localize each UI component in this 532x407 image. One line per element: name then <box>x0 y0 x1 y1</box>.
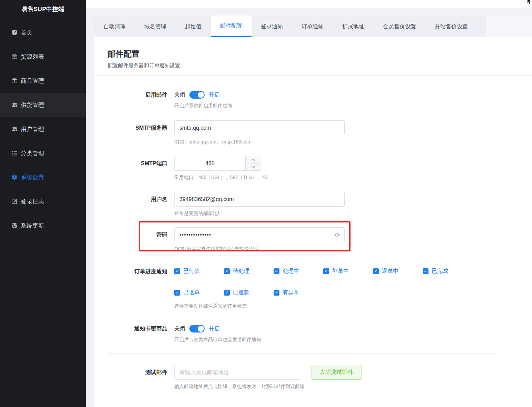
sidebar-item-label: 商品管理 <box>21 77 44 85</box>
spinner-down-button[interactable] <box>246 163 261 171</box>
sidebar-item-label: 分类管理 <box>21 149 44 157</box>
field-help: 常用端口：465（SSL）、587（TLS）、25 <box>174 175 267 181</box>
toggle-off-text: 关闭 <box>174 91 185 99</box>
field-label: 密码 <box>108 227 167 252</box>
page-title: 邮件配置 <box>108 49 532 59</box>
form-row-smtp-port: SMTP端口 465 <box>108 156 532 181</box>
checkbox-check-icon: ✓ <box>174 268 180 274</box>
form-row-card-notify: 通知卡密商品 关闭 开启 开启后卡密类商品订单也会发送邮件通知 <box>108 325 532 343</box>
checkbox-check-icon: ✓ <box>224 290 230 296</box>
sidebar-item-settings[interactable]: 系统设置 <box>0 165 86 189</box>
users-icon <box>11 101 18 108</box>
enable-email-toggle[interactable] <box>189 91 205 99</box>
sidebar-item-label: 货源列表 <box>21 53 44 61</box>
field-label: 通知卡密商品 <box>108 325 167 343</box>
sidebar-item-categories[interactable]: 分类管理 <box>0 141 86 165</box>
tab-order-notify[interactable]: 订单通知 <box>292 16 333 37</box>
sidebar-item-home[interactable]: 首页 <box>0 20 86 44</box>
sidebar-item-products[interactable]: 商品管理 <box>0 69 86 93</box>
sidebar-item-label: 用户管理 <box>21 125 44 133</box>
edit-log-icon <box>11 198 18 205</box>
checkbox-paid[interactable]: ✓已付款 <box>174 268 224 275</box>
sidebar-item-system-update[interactable]: 系统更新 <box>0 214 86 238</box>
app-root: 易售SUP中控端 首页 货源列表 商品管理 <box>0 0 532 407</box>
sidebar-item-suppliers[interactable]: 供货管理 <box>0 93 86 117</box>
globe-icon <box>11 222 18 229</box>
checkbox-completed[interactable]: ✓已完成 <box>423 268 472 275</box>
password-input[interactable] <box>174 227 345 242</box>
field-label: SMTP端口 <box>108 156 167 181</box>
tab-login-notify[interactable]: 登录通知 <box>252 16 292 37</box>
sidebar-item-label: 首页 <box>21 29 32 37</box>
checkbox-replenishing[interactable]: ✓补单中 <box>323 268 373 275</box>
card-notify-toggle[interactable] <box>189 325 205 332</box>
eye-icon[interactable] <box>334 231 341 238</box>
smtp-port-input[interactable]: 465 <box>174 156 261 171</box>
mouse-cursor-icon <box>526 0 532 4</box>
sidebar-item-label: 系统更新 <box>21 222 44 230</box>
sidebar-item-sources[interactable]: 货源列表 <box>0 44 86 69</box>
form-row-username: 用户名 通常是完整的邮箱地址 <box>108 192 532 217</box>
sidebar-item-login-log[interactable]: 登录日志 <box>0 189 86 214</box>
checkbox-returned[interactable]: ✓已退单 <box>174 289 224 296</box>
test-email-input[interactable] <box>174 365 301 380</box>
checkbox-processing[interactable]: ✓处理中 <box>274 268 323 275</box>
checkbox-refunded[interactable]: ✓已退款 <box>224 289 274 296</box>
checkbox-check-icon: ✓ <box>274 290 279 296</box>
form-row-smtp-server: SMTP服务器 例如：smtp.qq.com、smtp.163.com <box>108 120 532 145</box>
sidebar-item-label: 供货管理 <box>21 101 44 109</box>
field-label: 启用邮件 <box>108 91 167 109</box>
field-label: SMTP服务器 <box>108 120 167 145</box>
checkbox-abnormal[interactable]: ✓有异常 <box>274 289 323 296</box>
tab-domain-manage[interactable]: 域名管理 <box>135 16 176 37</box>
tab-member-price[interactable]: 会员售价设置 <box>374 16 425 37</box>
checkbox-row-2: ✓已退单 ✓已退款 ✓有异常 <box>174 289 472 296</box>
form-row-test-email: 测试邮件 发送测试邮件 输入邮箱地址后点击按钮，系统将发送一封测试邮件到该邮箱 <box>108 365 532 390</box>
tab-auto-clean[interactable]: 自动清理 <box>94 16 135 37</box>
field-help: 开启后卡密类商品订单也会发送邮件通知 <box>174 337 261 343</box>
form-row-enable-email: 启用邮件 关闭 开启 开启后系统将启用邮件功能 <box>108 91 532 109</box>
tab-substation-price[interactable]: 分站售价设置 <box>425 16 477 37</box>
chevron-down-icon <box>252 166 255 168</box>
smtp-server-input[interactable] <box>174 120 345 135</box>
field-help: 输入邮箱地址后点击按钮，系统将发送一封测试邮件到该邮箱 <box>174 384 362 390</box>
email-config-form: 启用邮件 关闭 开启 开启后系统将启用邮件功能 SMTP服务器 <box>94 91 532 343</box>
checkbox-check-icon: ✓ <box>423 268 428 274</box>
field-help: QQ邮箱等需要使用授权码而非登录密码 <box>174 246 345 252</box>
form-row-order-notify: 订单进度通知 ✓已付款 ✓待处理 ✓处理中 ✓补单中 ✓退单中 ✓已完成 ✓已退… <box>108 268 532 309</box>
field-help: 选择需要发送邮件通知的订单状态 <box>174 303 472 309</box>
page-header: 邮件配置 配置邮件服务器和订单通知设置 <box>94 49 532 69</box>
app-title: 易售SUP中控端 <box>0 0 86 19</box>
sidebar-item-label: 系统设置 <box>21 173 44 181</box>
field-label: 测试邮件 <box>108 365 167 390</box>
top-white-strip <box>86 0 532 8</box>
toggle-on-text: 开启 <box>209 325 220 332</box>
checkbox-check-icon: ✓ <box>174 290 180 296</box>
main-area: 自动清理 域名管理 起始值 邮件配置 登录通知 订单通知 扩展地址 会员售价设置… <box>86 0 532 407</box>
send-test-email-button[interactable]: 发送测试邮件 <box>312 365 362 380</box>
number-spinner <box>245 156 261 170</box>
sidebar-item-users[interactable]: 用户管理 <box>0 117 86 141</box>
content-card: 自动清理 域名管理 起始值 邮件配置 登录通知 订单通知 扩展地址 会员售价设置… <box>94 16 532 407</box>
username-input[interactable] <box>174 192 345 207</box>
test-email-section: 测试邮件 发送测试邮件 输入邮箱地址后点击按钮，系统将发送一封测试邮件到该邮箱 <box>94 365 532 390</box>
checkbox-pending[interactable]: ✓待处理 <box>224 268 274 275</box>
briefcase-icon <box>11 77 18 84</box>
list-icon <box>11 150 18 157</box>
tab-extend-address[interactable]: 扩展地址 <box>333 16 374 37</box>
chevron-up-icon <box>252 159 255 161</box>
section-divider <box>108 353 496 354</box>
checkbox-check-icon: ✓ <box>323 268 329 274</box>
tab-email-config[interactable]: 邮件配置 <box>211 16 252 37</box>
sidebar-item-label: 登录日志 <box>21 198 44 206</box>
checkbox-row-1: ✓已付款 ✓待处理 ✓处理中 ✓补单中 ✓退单中 ✓已完成 <box>174 268 472 275</box>
toggle-on-text: 开启 <box>209 91 220 99</box>
checkbox-chargeback[interactable]: ✓退单中 <box>373 268 423 275</box>
page-subtitle: 配置邮件服务器和订单通知设置 <box>108 62 532 69</box>
checkbox-check-icon: ✓ <box>373 268 379 274</box>
users-icon <box>11 126 18 132</box>
spinner-up-button[interactable] <box>246 156 261 163</box>
toggle-knob <box>198 326 204 332</box>
tab-start-value[interactable]: 起始值 <box>176 16 211 37</box>
tab-nav: 自动清理 域名管理 起始值 邮件配置 登录通知 订单通知 扩展地址 会员售价设置… <box>94 16 486 37</box>
